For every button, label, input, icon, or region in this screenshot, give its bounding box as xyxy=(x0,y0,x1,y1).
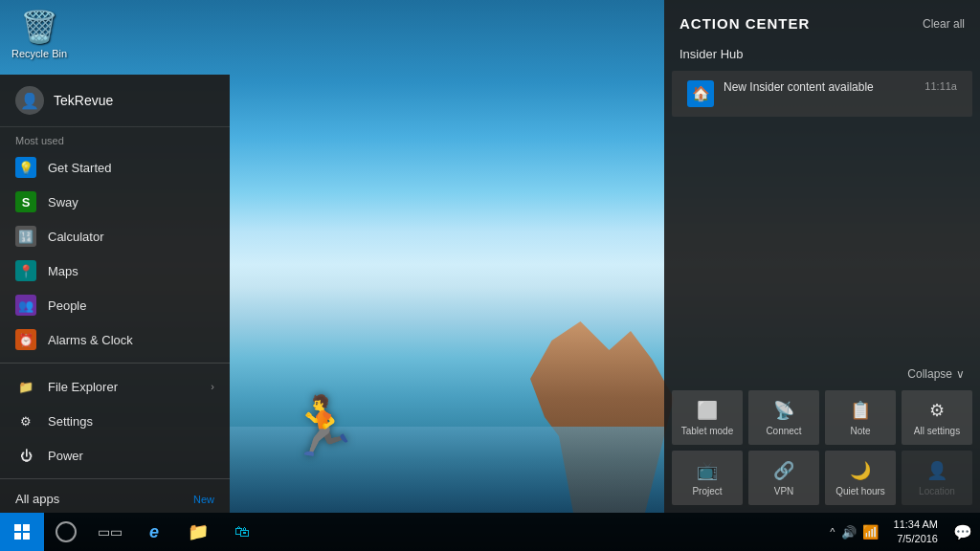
action-center-panel: ACTION CENTER Clear all Insider Hub 🏠 Ne… xyxy=(664,0,980,513)
calculator-label: Calculator xyxy=(48,230,104,244)
vpn-icon: 🔗 xyxy=(773,460,794,481)
store-button[interactable]: 🛍 xyxy=(220,513,264,551)
note-label: Note xyxy=(850,426,870,437)
power-label: Power xyxy=(48,449,83,463)
tray-icons: ^ 🔊 📶 xyxy=(822,524,885,540)
action-center-header: ACTION CENTER Clear all xyxy=(664,0,980,39)
all-settings-label: All settings xyxy=(914,426,960,437)
notification-icon: 🏠 xyxy=(687,80,714,107)
menu-item-file-explorer[interactable]: 📁 File Explorer › xyxy=(0,369,230,404)
system-tray: ^ 🔊 📶 11:34 AM 7/5/2016 💬 xyxy=(822,513,980,551)
menu-separator xyxy=(0,363,230,364)
notification-time: 11:11a xyxy=(924,80,957,92)
edge-icon: e xyxy=(149,522,159,542)
menu-item-maps[interactable]: 📍 Maps xyxy=(0,253,230,288)
clear-all-button[interactable]: Clear all xyxy=(923,17,965,31)
menu-item-power[interactable]: ⏻ Power xyxy=(0,438,230,473)
menu-item-people[interactable]: 👥 People xyxy=(0,288,230,322)
vpn-label: VPN xyxy=(774,486,794,497)
menu-item-settings[interactable]: ⚙ Settings xyxy=(0,404,230,438)
recycle-bin-icon: 🗑️ xyxy=(20,8,58,46)
menu-separator-2 xyxy=(0,478,230,479)
note-icon: 📋 xyxy=(850,400,871,421)
tray-time: 11:34 AM xyxy=(894,518,938,532)
collapse-button[interactable]: Collapse ∨ xyxy=(664,356,980,386)
get-started-label: Get Started xyxy=(48,161,111,175)
runner-silhouette: 🏃 xyxy=(287,392,359,460)
quick-action-vpn[interactable]: 🔗 VPN xyxy=(748,451,819,505)
settings-label: Settings xyxy=(48,414,93,429)
quick-action-project[interactable]: 📺 Project xyxy=(672,451,743,505)
connect-icon: 📡 xyxy=(773,400,794,421)
user-avatar-icon: 👤 xyxy=(20,92,39,110)
connect-label: Connect xyxy=(766,426,801,437)
quiet-hours-icon: 🌙 xyxy=(850,460,871,481)
ac-section-insider-hub: Insider Hub xyxy=(664,39,980,67)
edge-button[interactable]: e xyxy=(132,513,176,551)
notification-insider-hub[interactable]: 🏠 New Insider content available 11:11a xyxy=(672,71,972,117)
quick-action-note[interactable]: 📋 Note xyxy=(825,390,896,445)
store-icon: 🛍 xyxy=(234,523,250,540)
file-explorer-chevron: › xyxy=(211,381,214,392)
project-label: Project xyxy=(692,486,722,497)
sway-label: Sway xyxy=(48,195,78,209)
menu-item-all-apps[interactable]: All apps New xyxy=(0,485,230,513)
most-used-label: Most used xyxy=(0,127,230,150)
volume-icon[interactable]: 🔊 xyxy=(841,525,857,540)
taskbar: ▭▭ e 📁 🛍 ^ 🔊 📶 11:34 AM 7/5/2016 💬 xyxy=(0,513,980,551)
quick-action-connect[interactable]: 📡 Connect xyxy=(748,390,819,445)
cortana-circle-icon xyxy=(56,521,77,542)
action-center-spacer xyxy=(664,121,980,356)
user-name: TekRevue xyxy=(54,93,113,108)
get-started-icon: 💡 xyxy=(15,157,36,178)
cortana-button[interactable] xyxy=(44,513,88,551)
windows-logo-icon xyxy=(14,524,30,540)
settings-icon: ⚙ xyxy=(15,410,36,431)
task-view-button[interactable]: ▭▭ xyxy=(88,513,132,551)
alarms-clock-icon: ⏰ xyxy=(15,329,36,350)
file-explorer-icon: 📁 xyxy=(15,376,36,397)
maps-label: Maps xyxy=(48,264,78,278)
tablet-mode-icon: ⬜ xyxy=(697,400,718,421)
menu-item-sway[interactable]: S Sway xyxy=(0,185,230,219)
user-profile[interactable]: 👤 TekRevue xyxy=(0,75,230,127)
calculator-icon: 🔢 xyxy=(15,226,36,247)
menu-item-get-started[interactable]: 💡 Get Started xyxy=(0,150,230,185)
task-view-icon: ▭▭ xyxy=(98,524,122,540)
location-label: Location xyxy=(919,486,955,497)
tray-clock[interactable]: 11:34 AM 7/5/2016 xyxy=(886,518,946,547)
file-explorer-taskbar-button[interactable]: 📁 xyxy=(176,513,220,551)
quick-action-location[interactable]: 👤 Location xyxy=(902,451,972,505)
all-apps-label: All apps xyxy=(15,492,59,506)
user-avatar: 👤 xyxy=(15,86,44,115)
recycle-bin[interactable]: 🗑️ Recycle Bin xyxy=(11,8,67,59)
chevron-up-icon[interactable]: ^ xyxy=(830,526,835,538)
action-center-taskbar-button[interactable]: 💬 xyxy=(946,513,980,551)
power-icon: ⏻ xyxy=(15,445,36,466)
maps-icon: 📍 xyxy=(15,260,36,281)
start-menu: 👤 TekRevue Most used 💡 Get Started S Swa… xyxy=(0,75,230,513)
quick-action-quiet-hours[interactable]: 🌙 Quiet hours xyxy=(825,451,896,505)
recycle-bin-label: Recycle Bin xyxy=(11,48,67,59)
network-icon[interactable]: 📶 xyxy=(862,524,879,540)
action-center-icon: 💬 xyxy=(953,523,972,541)
collapse-label: Collapse xyxy=(907,367,952,381)
quick-action-tablet-mode[interactable]: ⬜ Tablet mode xyxy=(672,390,743,445)
file-explorer-taskbar-icon: 📁 xyxy=(188,521,209,542)
sway-icon: S xyxy=(15,191,36,212)
tablet-mode-label: Tablet mode xyxy=(681,426,733,437)
location-icon: 👤 xyxy=(926,460,947,481)
action-center-title: ACTION CENTER xyxy=(679,15,810,32)
menu-item-alarms-clock[interactable]: ⏰ Alarms & Clock xyxy=(0,322,230,357)
alarms-clock-label: Alarms & Clock xyxy=(48,333,133,347)
quick-action-all-settings[interactable]: ⚙ All settings xyxy=(902,390,972,445)
project-icon: 📺 xyxy=(697,460,718,481)
new-badge: New xyxy=(193,494,214,505)
menu-item-calculator[interactable]: 🔢 Calculator xyxy=(0,219,230,253)
people-icon: 👥 xyxy=(15,295,36,316)
quiet-hours-label: Quiet hours xyxy=(835,486,885,497)
file-explorer-label: File Explorer xyxy=(48,380,118,394)
notification-text: New Insider content available xyxy=(724,80,915,94)
collapse-chevron-icon: ∨ xyxy=(956,367,965,381)
start-button[interactable] xyxy=(0,513,44,551)
